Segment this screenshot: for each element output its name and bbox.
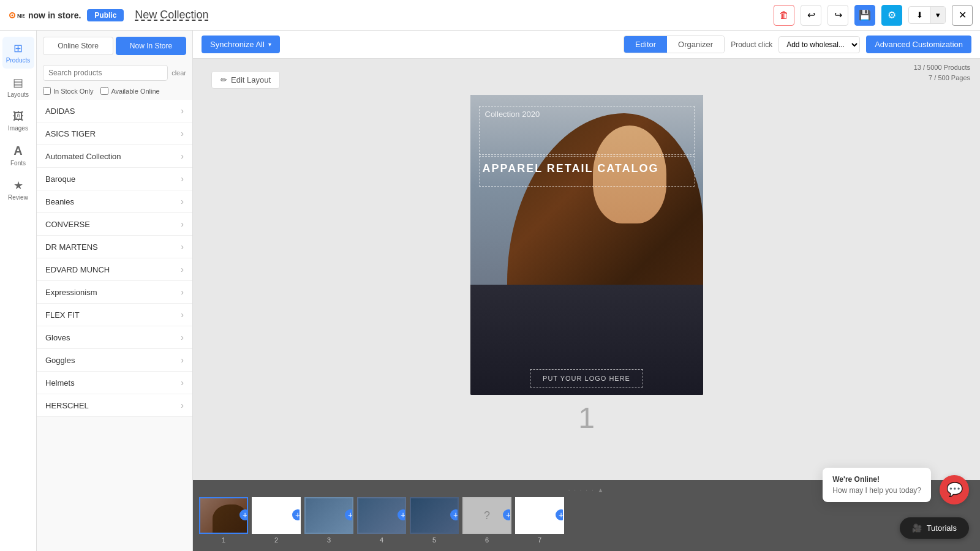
sync-label: Synchronize All [210,40,265,49]
list-item[interactable]: Goggles› [37,349,192,372]
save-button[interactable]: 💾 [854,5,875,26]
list-item[interactable]: EDVARD MUNCH› [37,258,192,281]
add-page-button[interactable]: + [450,509,459,520]
products-label: Products [6,57,30,64]
redo-button[interactable]: ↪ [827,5,848,26]
sync-button[interactable]: Synchronize All ▾ [202,36,280,53]
available-online-checkbox[interactable] [100,87,108,95]
search-input[interactable] [43,65,168,81]
list-item[interactable]: Beanies› [37,190,192,213]
thumbnail[interactable]: + [357,497,406,534]
product-click-select[interactable]: Add to wholesal... [778,36,860,53]
product-panel: Online Store Now In Store clear In Stock… [37,31,193,551]
thumb-item: 🗑?+6 [462,497,511,544]
chevron-right-icon: › [181,219,184,229]
list-item[interactable]: Baroque› [37,168,192,190]
chevron-right-icon: › [181,310,184,320]
close-button[interactable]: ✕ [952,5,973,26]
edit-layout-button[interactable]: ✏ Edit Layout [211,71,280,89]
in-stock-checkbox[interactable] [43,87,51,95]
chat-widget: We're Online! How may I help you today? [823,468,931,502]
delete-button[interactable]: 🗑 [774,5,794,26]
thumbnail[interactable]: ?+ [462,497,511,534]
undo-button[interactable]: ↩ [801,5,821,26]
thumbnail[interactable]: + [410,497,459,534]
add-page-button[interactable]: + [503,509,511,520]
tab-online-store[interactable]: Online Store [43,37,113,55]
sync-arrow-icon: ▾ [268,41,271,48]
chat-bubble[interactable]: 💬 [940,475,969,504]
add-page-button[interactable]: + [398,509,406,520]
add-page-button[interactable]: + [345,509,353,520]
products-count: 13 / 5000 Products [914,62,970,73]
collection-title-top[interactable]: New Collection [135,9,208,21]
filmstrip: 🗑+1🗑+2🗑+3🗑+4🗑+5🗑?+6🗑+7 [199,497,974,546]
tutorials-button[interactable]: 🎥 Tutorials [900,517,969,539]
list-item[interactable]: Automated Collection› [37,145,192,168]
page-thumb-number: 3 [327,536,331,544]
collection-name: Baroque [45,174,75,184]
thumb-item: 🗑+5 [410,497,459,544]
sidebar-item-layouts[interactable]: ▤ Layouts [2,71,34,103]
thumbnail[interactable]: + [515,497,564,534]
layouts-icon: ▤ [13,76,23,89]
collection-year-text: Collection 2020 [485,110,540,119]
tab-now-in-store[interactable]: Now In Store [116,37,186,55]
collection-name: Automated Collection [45,152,121,161]
fonts-icon: A [13,144,22,158]
sidebar-item-images[interactable]: 🖼 Images [2,105,34,137]
images-label: Images [8,125,28,132]
add-page-button[interactable]: + [239,509,248,520]
collection-list: ADIDAS›ASICS TIGER›Automated Collection›… [37,100,192,551]
thumbnail[interactable]: + [252,497,301,534]
in-stock-label: In Stock Only [53,88,93,95]
logo-icon: NIS [7,7,24,24]
download-arrow[interactable]: ▾ [930,7,945,23]
collection-name: Gloves [45,333,70,342]
list-item[interactable]: CONVERSE› [37,213,192,236]
thumb-item: 🗑+1 [199,497,248,544]
sidebar-item-review[interactable]: ★ Review [2,174,34,206]
chevron-right-icon: › [181,264,184,274]
collection-name: FLEX FIT [45,310,80,320]
page-thumb-number: 7 [538,536,541,544]
search-row: clear [37,61,192,84]
list-item[interactable]: HERSCHEL› [37,394,192,417]
logo-placeholder[interactable]: PUT YOUR LOGO HERE [530,369,643,388]
view-tabs: Editor Organizer [624,36,725,53]
clear-button[interactable]: clear [172,69,186,77]
add-page-button[interactable]: + [556,509,564,520]
thumb-item: 🗑+7 [515,497,564,544]
tab-editor[interactable]: Editor [624,36,667,53]
public-badge[interactable]: Public [87,9,124,21]
advanced-customization-button[interactable]: Advanced Customization [866,36,971,53]
in-stock-filter[interactable]: In Stock Only [43,87,93,95]
collection-name: ASICS TIGER [45,129,96,138]
panel-tabs: Online Store Now In Store [37,31,192,61]
collection-name: CONVERSE [45,220,90,229]
list-item[interactable]: ADIDAS› [37,100,192,122]
sidebar-item-products[interactable]: ⊞ Products [2,37,34,69]
add-page-button[interactable]: + [292,509,301,520]
collection-name: Expressionism [45,288,97,297]
chevron-right-icon: › [181,106,184,116]
list-item[interactable]: Helmets› [37,372,192,394]
tab-organizer[interactable]: Organizer [667,36,724,53]
download-main[interactable]: ⬇ [909,7,930,23]
list-item[interactable]: DR MARTENS› [37,236,192,258]
catalog-cover-page: Collection 2020 APPAREL RETAIL CATALOG P… [470,95,703,395]
thumbnail[interactable]: + [199,497,248,534]
review-icon: ★ [13,179,23,192]
list-item[interactable]: ASICS TIGER› [37,122,192,145]
page-thumb-number: 6 [485,536,489,544]
settings-button[interactable]: ⚙ [881,5,902,26]
catalog-title-text: APPAREL RETAIL CATALOG [483,162,659,175]
list-item[interactable]: Expressionism› [37,281,192,304]
thumbnail[interactable]: + [304,497,353,534]
sidebar-item-fonts[interactable]: A Fonts [2,139,34,171]
available-online-filter[interactable]: Available Online [100,87,159,95]
list-item[interactable]: FLEX FIT› [37,304,192,326]
page-number: 1 [578,401,595,435]
svg-point-3 [12,14,13,16]
list-item[interactable]: Gloves› [37,326,192,349]
